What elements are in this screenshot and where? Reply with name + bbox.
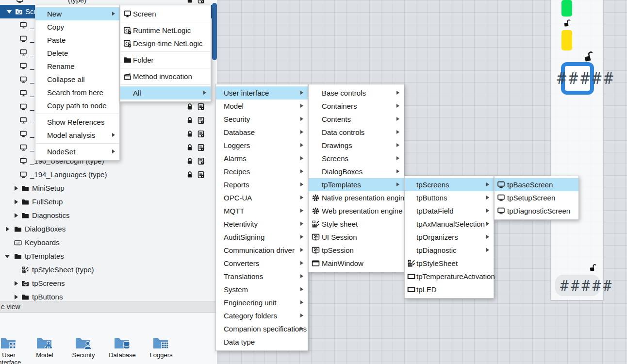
menu-item-delete[interactable]: Delete xyxy=(35,47,119,60)
menu-item-user-interface[interactable]: User interface xyxy=(216,86,308,99)
green-indicator-widget[interactable] xyxy=(561,0,572,17)
menu-item-mainwindow[interactable]: MainWindow xyxy=(309,257,404,270)
lock-icon[interactable] xyxy=(186,116,194,124)
menu-item-runtime-netlogic[interactable]: Runtime NetLogic xyxy=(120,24,211,37)
menu-item-model[interactable]: Model xyxy=(216,99,308,113)
tree-row[interactable]: tpStyleSheet (type) xyxy=(0,263,217,277)
node-settings-icon[interactable] xyxy=(197,171,205,179)
node-settings-icon[interactable] xyxy=(197,103,205,111)
node-settings-icon[interactable] xyxy=(197,0,205,4)
lock-icon[interactable] xyxy=(186,171,194,179)
tree-row[interactable]: DialogBoxes xyxy=(0,222,217,236)
menu-item-model-analysis[interactable]: Model analysis xyxy=(35,129,119,142)
toolbar-item-security[interactable]: Security xyxy=(66,336,100,359)
menu-item-system[interactable]: System xyxy=(216,283,308,296)
menu-item-tpdatafield[interactable]: tpDataField xyxy=(405,204,494,217)
expand-arrow-icon[interactable] xyxy=(15,186,18,191)
menu-item-tpbasescreen[interactable]: tpBaseScreen xyxy=(495,178,578,191)
menu-item-alarms[interactable]: Alarms xyxy=(216,152,308,165)
lock-icon[interactable] xyxy=(186,0,194,4)
menu-item-tpstylesheet[interactable]: tpStyleSheet xyxy=(405,257,494,270)
menu-item-retentivity[interactable]: Retentivity xyxy=(216,217,308,231)
menu-item-mqtt[interactable]: MQTT xyxy=(216,204,308,217)
menu-item-show-references[interactable]: Show References xyxy=(35,116,119,129)
menu-item-search-from-here[interactable]: Search from here xyxy=(35,86,119,99)
menu-item-tpdiagnosticscreen[interactable]: tpDiagnosticScreen xyxy=(495,204,578,217)
menu-item-copy[interactable]: Copy xyxy=(35,20,119,33)
menu-item-all[interactable]: All xyxy=(120,86,211,99)
toolbar-item-loggers[interactable]: Loggers xyxy=(144,336,178,359)
menu-item-copy-path-to-node[interactable]: Copy path to node xyxy=(35,99,119,112)
menu-item-data-type[interactable]: Data type xyxy=(216,335,308,348)
node-settings-icon[interactable] xyxy=(197,130,205,138)
tree-row[interactable]: tpScreens xyxy=(0,277,217,290)
menu-item-category-folders[interactable]: Category folders xyxy=(216,309,308,322)
collapse-arrow-icon[interactable] xyxy=(7,10,12,14)
menu-item-database[interactable]: Database xyxy=(216,126,308,139)
tree-row[interactable]: _194_Languages (type) xyxy=(0,168,217,182)
expand-arrow-icon[interactable] xyxy=(15,295,18,299)
lock-icon[interactable] xyxy=(186,157,194,165)
menu-item-dialogboxes[interactable]: DialogBoxes xyxy=(309,165,404,178)
menu-item-security[interactable]: Security xyxy=(216,113,308,126)
menu-item-tpaxmanualselection[interactable]: tpAxManualSelection xyxy=(405,217,494,231)
menu-item-tptemplates[interactable]: tpTemplates xyxy=(309,178,404,191)
menu-item-screen[interactable]: Screen xyxy=(120,7,211,20)
tree-row[interactable]: FullSetup xyxy=(0,195,217,209)
menu-item-rename[interactable]: Rename xyxy=(35,60,119,73)
menu-item-tporganizers[interactable]: tpOrganizers xyxy=(405,231,494,244)
menu-item-drawings[interactable]: Drawings xyxy=(309,139,404,152)
menu-item-web-presentation-engine[interactable]: Web presentation engine xyxy=(309,204,404,217)
menu-item-nodeset[interactable]: NodeSet xyxy=(35,145,119,158)
menu-item-contents[interactable]: Contents xyxy=(309,113,404,126)
menu-item-screens[interactable]: Screens xyxy=(309,152,404,165)
menu-item-opc-ua[interactable]: OPC-UA xyxy=(216,191,308,204)
menu-item-tpdiagnostic[interactable]: tpDiagnostic xyxy=(405,244,494,257)
node-settings-icon[interactable] xyxy=(197,157,205,165)
yellow-indicator-widget[interactable] xyxy=(561,30,572,50)
menu-item-style-sheet[interactable]: Style sheet xyxy=(309,217,404,231)
menu-item-recipes[interactable]: Recipes xyxy=(216,165,308,178)
lock-icon[interactable] xyxy=(186,103,194,111)
menu-item-converters[interactable]: Converters xyxy=(216,257,308,270)
menu-item-tpled[interactable]: tpLED xyxy=(405,283,494,296)
tree-row[interactable]: tpTemplates xyxy=(0,249,217,263)
tree-row[interactable]: MiniSetup xyxy=(0,182,217,195)
collapse-arrow-icon[interactable] xyxy=(5,255,10,258)
menu-item-containers[interactable]: Containers xyxy=(309,99,404,113)
menu-item-new[interactable]: New xyxy=(35,7,119,20)
menu-item-translations[interactable]: Translations xyxy=(216,270,308,283)
tree-scrollbar[interactable] xyxy=(212,3,217,60)
tree-row[interactable]: Diagnostics xyxy=(0,209,217,222)
menu-item-method-invocation[interactable]: Method invocation xyxy=(120,70,211,83)
menu-item-tpbuttons[interactable]: tpButtons xyxy=(405,191,494,204)
expand-arrow-icon[interactable] xyxy=(15,281,18,286)
canvas-column[interactable]: ##### ##### xyxy=(550,0,604,301)
menu-item-folder[interactable]: Folder xyxy=(120,53,211,66)
menu-item-data-controls[interactable]: Data controls xyxy=(309,126,404,139)
expand-arrow-icon[interactable] xyxy=(15,213,18,218)
toolbar-item-user-interface[interactable]: User Interface xyxy=(0,336,26,364)
menu-item-native-presentation-engine[interactable]: Native presentation engine xyxy=(309,191,404,204)
menu-item-companion-specifications[interactable]: Companion specifications xyxy=(216,322,308,335)
node-settings-icon[interactable] xyxy=(197,116,205,124)
menu-item-collapse-all[interactable]: Collapse all xyxy=(35,73,119,86)
lock-icon[interactable] xyxy=(186,144,194,151)
menu-item-communication-driver[interactable]: Communication driver xyxy=(216,244,308,257)
menu-item-auditsigning[interactable]: AuditSigning xyxy=(216,231,308,244)
menu-item-loggers[interactable]: Loggers xyxy=(216,139,308,152)
menu-item-paste[interactable]: Paste xyxy=(35,33,119,47)
menu-item-design-time-netlogic[interactable]: Design-time NetLogic xyxy=(120,37,211,50)
toolbar-item-database[interactable]: Database xyxy=(105,336,139,359)
toolbar-item-model[interactable]: Model xyxy=(28,336,62,359)
menu-item-base-controls[interactable]: Base controls xyxy=(309,86,404,99)
node-settings-icon[interactable] xyxy=(197,144,205,151)
menu-item-reports[interactable]: Reports xyxy=(216,178,308,191)
tree-row[interactable]: Keyboards xyxy=(0,236,217,249)
menu-item-engineering-unit[interactable]: Engineering unit xyxy=(216,296,308,309)
expand-arrow-icon[interactable] xyxy=(15,199,18,204)
lock-icon[interactable] xyxy=(186,130,194,138)
menu-item-tptemperatureactivation[interactable]: tpTemperatureActivation xyxy=(405,270,494,283)
menu-item-ui-session[interactable]: UI Session xyxy=(309,231,404,244)
expand-arrow-icon[interactable] xyxy=(6,227,9,232)
